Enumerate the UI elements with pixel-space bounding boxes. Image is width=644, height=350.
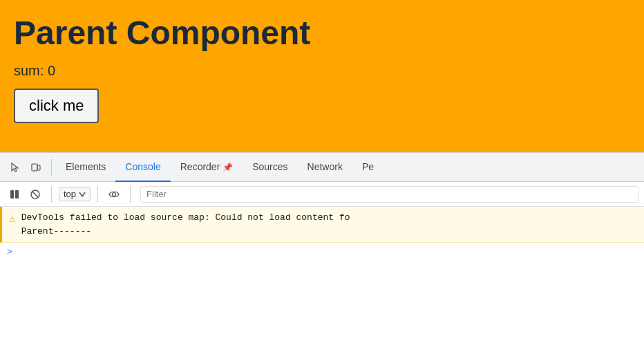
tab-network[interactable]: Network (298, 153, 352, 182)
svg-point-7 (113, 192, 116, 196)
filter-input[interactable] (140, 186, 638, 203)
toolbar-separator (51, 186, 52, 203)
toolbar-separator-2 (97, 186, 98, 203)
console-output: ⚠ DevTools failed to load source map: Co… (0, 207, 644, 350)
tab-elements[interactable]: Elements (56, 153, 115, 182)
run-icon[interactable] (6, 185, 23, 203)
svg-rect-4 (15, 190, 19, 199)
page-title: Parent Component (14, 14, 630, 52)
recorder-pin-icon (222, 161, 233, 172)
devtools-panel: Elements Console Recorder Sources Networ… (0, 152, 644, 350)
tab-console[interactable]: Console (115, 153, 170, 182)
tab-recorder[interactable]: Recorder (171, 153, 243, 182)
tab-sources[interactable]: Sources (243, 153, 297, 182)
svg-rect-1 (37, 165, 40, 170)
chevron-down-icon (79, 192, 86, 197)
block-icon[interactable] (26, 185, 44, 203)
device-icon[interactable] (26, 158, 46, 177)
devtools-tabs-bar: Elements Console Recorder Sources Networ… (0, 153, 644, 182)
svg-rect-3 (10, 190, 14, 199)
console-expand-arrow[interactable]: > (0, 243, 644, 261)
svg-line-6 (32, 191, 39, 197)
tab-pe[interactable]: Pe (352, 153, 383, 182)
cursor-icon[interactable] (6, 158, 25, 177)
tabs-separator (51, 159, 52, 176)
warning-icon: ⚠ (9, 212, 16, 225)
devtools-toolbar: top (0, 182, 644, 207)
toolbar-separator-3 (130, 186, 131, 203)
app-area: Parent Component sum: 0 click me (0, 0, 644, 152)
click-me-button[interactable]: click me (14, 89, 99, 123)
sum-label: sum: 0 (14, 63, 630, 79)
context-dropdown[interactable]: top (59, 187, 91, 201)
eye-icon[interactable] (105, 185, 123, 203)
console-warning-message: ⚠ DevTools failed to load source map: Co… (0, 207, 644, 243)
warning-text-line2: Parent------- (21, 225, 350, 239)
warning-text-line1: DevTools failed to load source map: Coul… (21, 211, 350, 225)
